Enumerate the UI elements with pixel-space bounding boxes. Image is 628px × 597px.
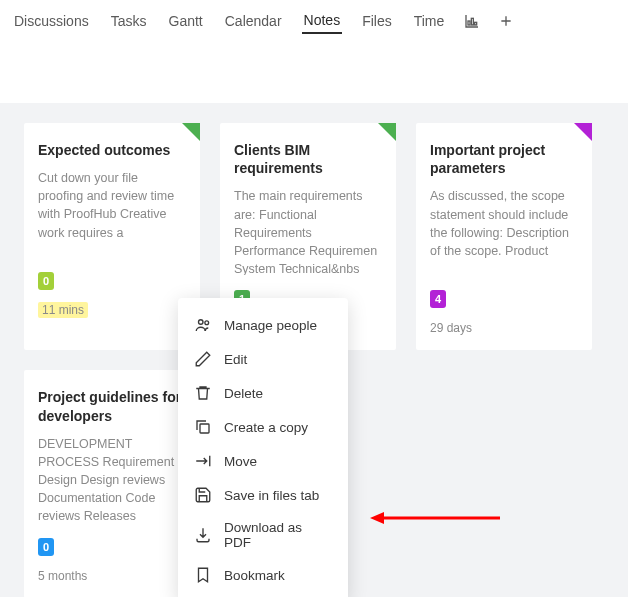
bookmark-icon xyxy=(194,566,212,584)
menu-label: Manage people xyxy=(224,318,317,333)
tab-bar: Discussions Tasks Gantt Calendar Notes F… xyxy=(0,0,628,43)
tab-notes[interactable]: Notes xyxy=(302,8,343,34)
card-body: DEVELOPMENT PROCESS Requirement Design D… xyxy=(38,435,186,523)
menu-label: Save in files tab xyxy=(224,488,319,503)
menu-manage-people[interactable]: Manage people xyxy=(178,308,348,342)
svg-rect-2 xyxy=(475,22,477,25)
pencil-icon xyxy=(194,350,212,368)
menu-save-files[interactable]: Save in files tab xyxy=(178,478,348,512)
svg-point-3 xyxy=(199,320,204,325)
card-footer: 0 11 mins xyxy=(38,271,186,318)
save-icon xyxy=(194,486,212,504)
comment-badge: 4 xyxy=(430,290,446,308)
trash-icon xyxy=(194,384,212,402)
card-time: 11 mins xyxy=(38,302,88,318)
menu-create-copy[interactable]: Create a copy xyxy=(178,410,348,444)
card-time: 5 months xyxy=(38,569,87,583)
comment-badge: 0 xyxy=(38,538,54,556)
card-color-tag xyxy=(182,123,200,141)
menu-label: Edit xyxy=(224,352,247,367)
tab-discussions[interactable]: Discussions xyxy=(12,9,91,33)
context-menu: Manage people Edit Delete Create a copy … xyxy=(178,298,348,597)
menu-label: Download as PDF xyxy=(224,520,332,550)
chart-icon[interactable] xyxy=(464,13,480,29)
note-card[interactable]: Expected outcomes Cut down your file pro… xyxy=(24,123,200,350)
note-card[interactable]: Important project parameters As discusse… xyxy=(416,123,592,350)
card-body: The main requirements are: Functional Re… xyxy=(234,187,382,275)
menu-label: Delete xyxy=(224,386,263,401)
plus-icon[interactable] xyxy=(498,13,514,29)
svg-rect-0 xyxy=(468,21,470,25)
card-color-tag xyxy=(378,123,396,141)
svg-point-4 xyxy=(205,321,209,325)
download-icon xyxy=(194,526,212,544)
svg-rect-5 xyxy=(200,424,209,433)
tab-time[interactable]: Time xyxy=(412,9,447,33)
card-color-tag xyxy=(574,123,592,141)
people-icon xyxy=(194,316,212,334)
card-title: Project guidelines for developers xyxy=(38,388,186,424)
tab-tasks[interactable]: Tasks xyxy=(109,9,149,33)
menu-label: Move xyxy=(224,454,257,469)
card-body: Cut down your file proofing and review t… xyxy=(38,169,186,257)
note-card[interactable]: Project guidelines for developers DEVELO… xyxy=(24,370,200,597)
card-title: Clients BIM requirements xyxy=(234,141,382,177)
copy-icon xyxy=(194,418,212,436)
menu-edit[interactable]: Edit xyxy=(178,342,348,376)
tab-files[interactable]: Files xyxy=(360,9,394,33)
notes-content: Expected outcomes Cut down your file pro… xyxy=(0,103,628,597)
card-body: As discussed, the scope statement should… xyxy=(430,187,578,275)
menu-delete[interactable]: Delete xyxy=(178,376,348,410)
svg-rect-1 xyxy=(472,18,474,25)
card-time: 29 days xyxy=(430,321,472,335)
menu-download-pdf[interactable]: Download as PDF xyxy=(178,512,348,558)
card-title: Expected outcomes xyxy=(38,141,186,159)
menu-bookmark[interactable]: Bookmark xyxy=(178,558,348,592)
menu-move[interactable]: Move xyxy=(178,444,348,478)
card-footer: 4 29 days xyxy=(430,289,578,336)
comment-badge: 0 xyxy=(38,272,54,290)
tab-gantt[interactable]: Gantt xyxy=(167,9,205,33)
menu-label: Bookmark xyxy=(224,568,285,583)
tab-calendar[interactable]: Calendar xyxy=(223,9,284,33)
annotation-arrow xyxy=(370,508,500,532)
card-title: Important project parameters xyxy=(430,141,578,177)
card-footer: 0 5 months xyxy=(38,537,186,584)
move-icon xyxy=(194,452,212,470)
menu-label: Create a copy xyxy=(224,420,308,435)
svg-marker-7 xyxy=(370,512,384,524)
